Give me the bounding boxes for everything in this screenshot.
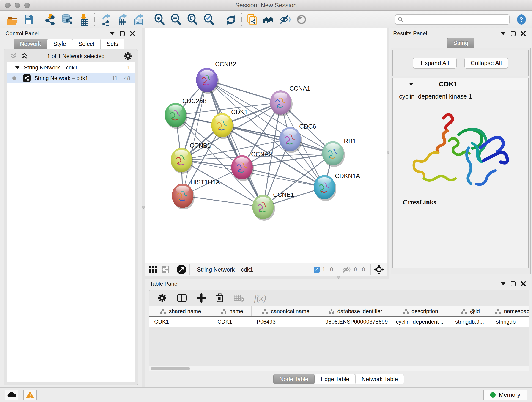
tab-string[interactable]: String bbox=[447, 38, 474, 48]
homes-icon bbox=[263, 13, 275, 26]
tab-select[interactable]: Select bbox=[72, 38, 100, 49]
collapse-gene-icon[interactable] bbox=[409, 83, 413, 86]
tab-sets[interactable]: Sets bbox=[101, 38, 124, 49]
table-row[interactable]: CDK1CDK1P064939606.ENSP00000378699cyclin… bbox=[149, 317, 529, 327]
save-session-button[interactable] bbox=[21, 12, 38, 27]
delete-column-icon[interactable] bbox=[215, 293, 224, 303]
right-splitter[interactable] bbox=[387, 28, 389, 279]
zoom_fit-icon bbox=[186, 13, 199, 26]
node-CCNA1[interactable]: CCNA1 bbox=[270, 85, 310, 116]
table-cell: P06493 bbox=[252, 317, 320, 327]
expand-all-icon[interactable] bbox=[20, 53, 28, 60]
zoom-in-button[interactable] bbox=[152, 12, 168, 27]
warnings-button[interactable] bbox=[23, 390, 37, 400]
import-network-button[interactable] bbox=[43, 12, 59, 27]
import-table-button[interactable] bbox=[76, 12, 92, 27]
export-image-button[interactable] bbox=[130, 12, 147, 27]
edge-0-9[interactable] bbox=[183, 80, 207, 196]
show-all-button[interactable] bbox=[294, 12, 310, 27]
network-row-selected[interactable]: String Network – cdk1 11 48 bbox=[7, 73, 135, 83]
node-CDC25B[interactable]: CDC25B bbox=[165, 98, 207, 129]
cytoscape-window: Session: New Session ? Control Panel bbox=[0, 0, 532, 402]
node-RB1[interactable]: RB1 bbox=[322, 138, 356, 167]
apply-layout-button[interactable] bbox=[223, 12, 239, 27]
export-network-button[interactable] bbox=[97, 12, 114, 27]
table-options-gear-icon[interactable] bbox=[157, 293, 167, 303]
zoom-fit-button[interactable] bbox=[185, 12, 201, 27]
table-h-scrollbar[interactable] bbox=[149, 366, 529, 371]
hidden-count: 0 - 0 bbox=[354, 266, 365, 273]
hide-selected-button[interactable] bbox=[277, 12, 294, 27]
node-CDKN1A[interactable]: CDKN1A bbox=[314, 172, 360, 201]
add-column-icon[interactable] bbox=[197, 293, 206, 303]
network-selected-status: 1 of 1 Network selected bbox=[28, 53, 123, 59]
memory-button[interactable]: Memory bbox=[483, 390, 527, 400]
column-header-canonical-name[interactable]: canonical name bbox=[252, 306, 320, 316]
svg-text:?: ? bbox=[520, 16, 523, 23]
zoom-selected-button[interactable] bbox=[201, 12, 218, 27]
edge-9-10[interactable] bbox=[183, 196, 263, 207]
show-columns-icon[interactable] bbox=[177, 293, 187, 303]
column-type-icon bbox=[495, 308, 501, 314]
tree-expand-icon[interactable] bbox=[15, 66, 20, 69]
tab-style[interactable]: Style bbox=[47, 38, 72, 49]
network-canvas[interactable]: CCNB2 CCNA1 CDC25B CDK1 CDC6 RB1 bbox=[145, 28, 387, 263]
collapse-panel-icon[interactable] bbox=[500, 32, 506, 35]
node-CDK1[interactable]: CDK1 bbox=[211, 109, 248, 139]
node-CCNB2[interactable]: CCNB2 bbox=[196, 61, 236, 94]
node-label-CDC25B: CDC25B bbox=[182, 98, 207, 104]
node-HIST1H1A[interactable]: HIST1H1A bbox=[172, 179, 220, 210]
memory-ok-icon bbox=[490, 392, 496, 398]
zoom-out-button[interactable] bbox=[168, 12, 185, 27]
column-header-database-identifier[interactable]: database identifier bbox=[320, 306, 391, 316]
warning-icon bbox=[25, 391, 35, 399]
column-header--id[interactable]: @id bbox=[450, 306, 491, 316]
collapse-all-icon[interactable] bbox=[9, 53, 17, 60]
close-panel-icon[interactable] bbox=[520, 281, 526, 287]
network-browser: 1 of 1 Network selected String Network –… bbox=[4, 49, 138, 385]
export-table-button[interactable] bbox=[114, 12, 130, 27]
column-header-description[interactable]: description bbox=[391, 306, 450, 316]
network-badge-icon[interactable] bbox=[161, 265, 170, 274]
open-session-button[interactable] bbox=[5, 12, 21, 27]
edge-0-10[interactable] bbox=[207, 80, 263, 207]
tab-edge-table[interactable]: Edge Table bbox=[315, 374, 355, 384]
selected-checkbox[interactable]: ✓ bbox=[314, 267, 320, 273]
network-collection-row[interactable]: String Network – cdk1 1 bbox=[7, 62, 135, 73]
fit-selected-crosshair-icon[interactable] bbox=[374, 264, 384, 274]
float-panel-icon[interactable] bbox=[511, 31, 515, 36]
crosslink-row bbox=[408, 249, 528, 260]
options-gear-icon[interactable] bbox=[123, 52, 132, 61]
node-CDC6[interactable]: CDC6 bbox=[279, 123, 316, 153]
help-button[interactable]: ? bbox=[515, 13, 527, 26]
automation-button[interactable] bbox=[5, 390, 18, 400]
node-CCNE1[interactable]: CCNE1 bbox=[252, 191, 294, 221]
column-header-namespace[interactable]: namespace bbox=[491, 306, 529, 316]
tab-network[interactable]: Network bbox=[14, 38, 47, 49]
tab-network-table[interactable]: Network Table bbox=[355, 374, 404, 384]
node-CCNB1[interactable]: CCNB1 bbox=[171, 142, 211, 174]
function-builder-icon-disabled: f(x) bbox=[254, 293, 266, 303]
collection-count: 1 bbox=[127, 64, 130, 71]
attribute-table[interactable]: shared name name canonical name database… bbox=[149, 306, 529, 327]
new-network-from-selection-button[interactable] bbox=[244, 12, 261, 27]
import-network-from-database-button[interactable] bbox=[59, 12, 76, 27]
birds-eye-view-icon[interactable] bbox=[177, 265, 186, 274]
float-panel-icon[interactable] bbox=[511, 281, 515, 287]
expand-all-button[interactable]: Expand All bbox=[413, 57, 457, 69]
search-input[interactable] bbox=[404, 16, 505, 23]
close-panel-icon[interactable] bbox=[520, 31, 526, 36]
collapse-panel-icon[interactable] bbox=[110, 32, 115, 35]
column-header-name[interactable]: name bbox=[212, 306, 252, 316]
column-header-shared-name[interactable]: shared name bbox=[149, 306, 212, 316]
collapse-panel-icon[interactable] bbox=[500, 282, 506, 285]
first-neighbors-button[interactable] bbox=[261, 12, 277, 27]
network-list: String Network – cdk1 1 String Network –… bbox=[7, 62, 135, 382]
collapse-all-button[interactable]: Collapse All bbox=[464, 57, 508, 69]
search-box[interactable] bbox=[395, 14, 510, 25]
left-splitter[interactable] bbox=[142, 28, 145, 387]
float-panel-icon[interactable] bbox=[120, 31, 125, 36]
grid-view-icon[interactable] bbox=[148, 265, 158, 274]
close-panel-icon[interactable] bbox=[130, 31, 135, 36]
tab-node-table[interactable]: Node Table bbox=[273, 374, 315, 384]
